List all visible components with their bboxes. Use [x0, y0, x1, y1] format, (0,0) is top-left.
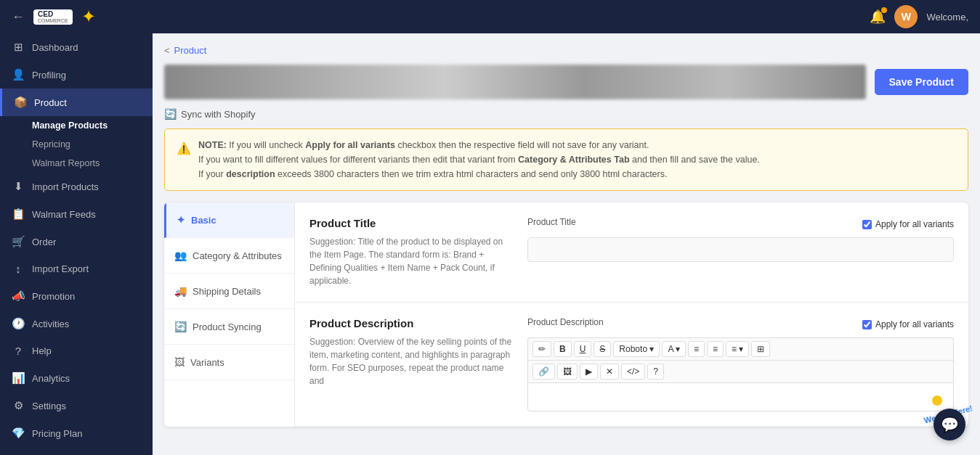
section-right-title: Product Title Apply for all variants: [527, 217, 954, 287]
tab-syncing-label: Product Syncing: [193, 321, 262, 332]
sidebar-item-profiling[interactable]: 👤 Profiling: [0, 61, 153, 89]
rte-align-btn[interactable]: ≡ ▾: [726, 341, 749, 357]
tab-category-attributes[interactable]: 👥 Category & Attributes: [164, 238, 294, 274]
chat-icon: 💬: [941, 416, 959, 433]
sidebar-item-walmart-feeds[interactable]: 📋 Walmart Feeds: [0, 200, 153, 228]
top-header: ← CED COMMERCE ✦ 🔔 W Welcome,: [0, 0, 980, 33]
product-icon: 📦: [14, 96, 27, 109]
product-desc-field-label: Product Description: [527, 317, 604, 327]
notice-icon: ⚠️: [177, 139, 191, 181]
bell-icon[interactable]: 🔔: [870, 9, 886, 25]
sidebar-label-import: Import Products: [32, 181, 99, 192]
main-layout: ⊞ Dashboard 👤 Profiling 📦 Product Manage…: [0, 33, 980, 455]
sidebar-label-help: Help: [32, 345, 52, 356]
product-description-desc: Suggestion: Overview of the key selling …: [309, 335, 513, 388]
notice-line2: If you want to fill different values for…: [198, 152, 760, 167]
content-area: < Product Save Product 🔄 Sync with Shopi…: [153, 33, 980, 455]
sidebar-item-activities[interactable]: 🕐 Activities: [0, 310, 153, 337]
rte-list-btn[interactable]: ≡: [688, 341, 705, 357]
rte-code-btn[interactable]: </>: [621, 364, 645, 380]
tab-basic[interactable]: ✦ Basic: [164, 202, 294, 238]
section-left-title: Product Title Suggestion: Title of the p…: [309, 217, 513, 287]
rte-table-btn[interactable]: ⊞: [751, 341, 770, 357]
tab-variants[interactable]: 🖼 Variants: [164, 345, 294, 380]
sidebar-item-order[interactable]: 🛒 Order: [0, 228, 153, 255]
section-left-desc: Product Description Suggestion: Overview…: [309, 317, 513, 411]
avatar[interactable]: W: [894, 5, 918, 28]
apply-all-variants-desc-label: Apply for all variants: [862, 319, 954, 329]
sidebar-label-dashboard: Dashboard: [32, 42, 78, 53]
welcome-text: Welcome,: [926, 12, 968, 22]
panel-content: Product Title Suggestion: Title of the p…: [295, 202, 968, 427]
product-desc-field-row: Product Description Apply for all varian…: [527, 317, 954, 332]
sidebar-item-pricing-plan[interactable]: 💎 Pricing Plan: [0, 419, 153, 447]
sidebar-item-promotion[interactable]: 📣 Promotion: [0, 282, 153, 310]
product-title-heading: Product Title: [309, 217, 513, 229]
product-banner-row: Save Product: [164, 65, 968, 99]
sidebar-item-analytics[interactable]: 📊 Analytics: [0, 364, 153, 392]
rte-list-ordered-btn[interactable]: ≡: [707, 341, 724, 357]
sidebar-item-contact-us[interactable]: ✉ Contact Us: [0, 447, 153, 455]
notice-line3: If your description exceeds 3800 charact…: [198, 167, 760, 181]
logo: CED COMMERCE: [33, 9, 73, 25]
tab-product-syncing[interactable]: 🔄 Product Syncing: [164, 309, 294, 345]
back-button[interactable]: ←: [12, 9, 25, 25]
product-title-input[interactable]: [527, 237, 954, 262]
rte-toolbar-row1: ✏ B U S Roboto ▾ A ▾ ≡ ≡ ≡ ▾ ⊞: [527, 337, 954, 360]
rte-font-dropdown[interactable]: Roboto ▾: [613, 341, 660, 357]
apply-all-variants-desc-checkbox[interactable]: [862, 320, 872, 329]
sync-row[interactable]: 🔄 Sync with Shopify: [164, 108, 968, 120]
walmart-icon: ✦: [81, 7, 96, 27]
notification-dot: [881, 7, 887, 13]
rte-toolbar-row2: 🔗 🖼 ▶ ✕ </> ?: [527, 360, 954, 382]
rte-underline-btn[interactable]: U: [574, 341, 592, 357]
product-description-section: Product Description Suggestion: Overview…: [295, 303, 968, 427]
product-title-field-label: Product Title: [527, 217, 576, 227]
sidebar-item-import-export[interactable]: ↕ Import Export: [0, 255, 153, 282]
rte-help-btn[interactable]: ?: [647, 364, 664, 380]
sidebar-label-activities: Activities: [32, 319, 69, 329]
import-icon: ⬇: [12, 180, 25, 193]
tab-shipping-details[interactable]: 🚚 Shipping Details: [164, 274, 294, 309]
product-title-section: Product Title Suggestion: Title of the p…: [295, 202, 968, 303]
save-product-button[interactable]: Save Product: [875, 69, 968, 95]
rte-image-btn[interactable]: 🖼: [557, 364, 578, 380]
sidebar-label-pricing: Pricing Plan: [32, 428, 82, 439]
product-title-desc: Suggestion: Title of the product to be d…: [309, 235, 513, 287]
pricing-icon: 💎: [12, 427, 25, 440]
rte-color-btn[interactable]: A ▾: [662, 341, 686, 357]
rte-pencil-btn[interactable]: ✏: [532, 341, 551, 357]
panel: ✦ Basic 👥 Category & Attributes 🚚 Shippi…: [164, 202, 968, 427]
sidebar-sub-manage-products[interactable]: Manage Products: [0, 116, 153, 135]
apply-all-variants-desc-text: Apply for all variants: [875, 319, 954, 329]
breadcrumb-product-link[interactable]: Product: [174, 45, 207, 56]
rte-video-btn[interactable]: ▶: [580, 364, 598, 380]
basic-tab-icon: ✦: [177, 214, 185, 226]
product-title-field-row: Product Title Apply for all variants: [527, 217, 954, 231]
section-right-desc: Product Description Apply for all varian…: [527, 317, 954, 411]
syncing-tab-icon: 🔄: [174, 321, 187, 332]
apply-all-variants-checkbox[interactable]: [862, 220, 872, 229]
rte-clear-btn[interactable]: ✕: [600, 364, 619, 380]
apply-all-variants-text: Apply for all variants: [875, 219, 954, 229]
tab-list: ✦ Basic 👥 Category & Attributes 🚚 Shippi…: [164, 202, 295, 427]
sidebar-label-analytics: Analytics: [32, 373, 70, 384]
sidebar-label-settings: Settings: [32, 401, 66, 411]
rte-link-btn[interactable]: 🔗: [532, 364, 555, 380]
header-left: ← CED COMMERCE ✦: [12, 7, 96, 27]
sidebar-label-import-export: Import Export: [32, 263, 89, 274]
tab-basic-label: Basic: [191, 215, 216, 226]
sidebar-item-product[interactable]: 📦 Product: [0, 89, 153, 116]
chat-bubble-button[interactable]: 💬: [934, 409, 965, 440]
rte-content-area[interactable]: [527, 382, 954, 411]
product-description-heading: Product Description: [309, 317, 513, 329]
sidebar-item-settings[interactable]: ⚙ Settings: [0, 392, 153, 419]
rte-strikethrough-btn[interactable]: S: [594, 341, 611, 357]
sidebar-item-help[interactable]: ? Help: [0, 337, 153, 364]
sidebar-sub-walmart-reports[interactable]: Walmart Reports: [0, 154, 153, 173]
rte-bold-btn[interactable]: B: [554, 341, 572, 357]
sidebar-item-dashboard[interactable]: ⊞ Dashboard: [0, 33, 153, 61]
category-tab-icon: 👥: [174, 250, 187, 261]
sidebar-item-import-products[interactable]: ⬇ Import Products: [0, 173, 153, 200]
sidebar-sub-repricing[interactable]: Repricing: [0, 135, 153, 154]
